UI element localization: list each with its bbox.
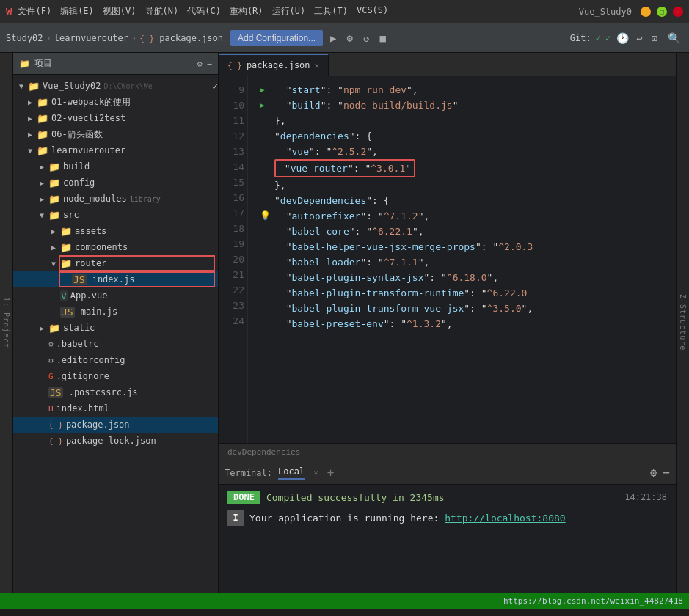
sidebar-gear-icon[interactable]: ⚙ [197,59,203,69]
main-area: 1: Project 📁 项目 ⚙ − ▼ 📁 Vue_Study02 D:\C… [0,53,689,593]
code-line-17: 💡 "autoprefixer": "^7.1.2", [260,208,676,224]
tree-item-index-js[interactable]: JS index.js [13,271,218,287]
tree-item-index-html[interactable]: H index.html [13,400,218,417]
tree-item-learnvuerouter[interactable]: ▼ 📁 learnvuerouter [13,142,218,158]
library-badge: library [130,195,161,203]
tree-item-assets[interactable]: ▶ 📁 assets [13,223,218,239]
tree-item-router[interactable]: ▼ 📁 router [13,255,218,271]
menu-view[interactable]: 视图(V) [103,5,136,18]
tree-item-webpack[interactable]: ▶ 📁 01-webpack的使用 [13,94,218,110]
breadcrumb-sep2: › [131,33,136,43]
full-screen-button[interactable]: ⊡ [649,31,660,45]
terminal-prompt-icon: I [227,510,244,526]
maximize-button[interactable]: □ [657,7,667,17]
tab-json-icon: { } [227,61,242,70]
file-tree: ▼ 📁 Vue_Study02 D:\CWork\We ✓ ▶ 📁 01-web… [13,75,218,593]
tree-item-static[interactable]: ▶ 📁 static [13,320,218,336]
git-clock-icon[interactable]: 🕐 [616,32,629,44]
localhost-link[interactable]: http://localhost:8080 [445,513,565,524]
close-button[interactable]: ✕ [673,7,683,17]
arrow-icon-9: ▶ [260,82,271,98]
code-line-9: ▶ "start": "npm run dev", [260,82,676,98]
code-line-22: "babel-plugin-transform-runtime": "^6.22… [260,285,676,301]
tree-item-jiantou[interactable]: ▶ 📁 06-箭头函数 [13,126,218,142]
root-path: D:\CWork\We [103,82,152,90]
tree-item-postcssrc[interactable]: JS .postcssrc.js [13,384,218,400]
minimize-button[interactable]: − [641,7,651,17]
tree-item-components[interactable]: ▶ 📁 components [13,239,218,255]
menu-file[interactable]: 文件(F) [18,5,51,18]
terminal-gear-icon[interactable]: ⚙ [650,466,657,480]
terminal-tab-close[interactable]: ✕ [313,468,318,477]
menu-bar: 文件(F) 编辑(E) 视图(V) 导航(N) 代码(C) 重构(R) 运行(U… [18,5,388,18]
breadcrumb-sep1: › [46,33,51,43]
menu-nav[interactable]: 导航(N) [145,5,179,18]
run-text: Your application is running here: [249,513,439,524]
tree-item-build[interactable]: ▶ 📁 build [13,158,218,175]
tree-item-app-vue[interactable]: V App.vue [13,287,218,304]
breadcrumb-learnvuerouter[interactable]: learnvuerouter [54,33,128,43]
window-controls: − □ ✕ [641,7,683,17]
webstorm-logo: W [6,6,12,18]
terminal-header: Terminal: Local ✕ + ⚙ − [219,461,676,485]
code-line-14: "vue-router": "^3.0.1" [260,159,676,177]
bulb-icon-17: 💡 [260,208,271,224]
sidebar: 📁 项目 ⚙ − ▼ 📁 Vue_Study02 D:\CWork\We ✓ ▶… [13,53,219,593]
search-icon[interactable]: 🔍 [665,31,683,45]
code-line-20: "babel-loader": "^7.1.1", [260,254,676,270]
menu-tools[interactable]: 工具(T) [314,5,348,18]
menu-edit[interactable]: 编辑(E) [60,5,94,18]
menu-code[interactable]: 代码(C) [187,5,221,18]
terminal-label: Terminal: [225,468,272,478]
git-label: Git: [570,33,591,43]
tree-item-package-lock[interactable]: { } package-lock.json [13,433,218,449]
json-icon-breadcrumb: { } [139,34,154,43]
git-undo-icon[interactable]: ↩ [636,32,642,44]
menu-vcs[interactable]: VCS(S) [357,5,388,18]
tree-item-editorconfig[interactable]: ⚙ .editorconfig [13,352,218,368]
breadcrumb-package-json[interactable]: { } package.json [139,33,223,43]
breadcrumb: Study02 › learnvuerouter › { } package.j… [6,33,223,43]
tree-item-gitignore[interactable]: G .gitignore [13,368,218,384]
menu-refactor[interactable]: 重构(R) [230,5,263,18]
tree-item-main-js[interactable]: JS main.js [13,304,218,320]
sidebar-minus-icon[interactable]: − [207,59,212,69]
compile-done-line: DONE Compiled successfully in 2345ms 14:… [227,491,667,504]
add-configuration-button[interactable]: Add Configuration... [230,30,323,46]
done-badge: DONE [227,491,260,504]
terminal-panel: Terminal: Local ✕ + ⚙ − DONE Compiled su… [219,461,676,593]
tree-item-babelrc[interactable]: ⚙ .babelrc [13,336,218,352]
terminal-minimize-icon[interactable]: − [663,466,670,480]
run-button[interactable]: ▶ [327,31,339,45]
breadcrumb-study02[interactable]: Study02 [6,33,43,43]
tree-root[interactable]: ▼ 📁 Vue_Study02 D:\CWork\We ✓ [13,78,218,94]
tab-package-json[interactable]: { } package.json ✕ [219,54,329,76]
terminal-add-button[interactable]: + [327,466,335,480]
code-line-19: "babel-helper-vue-jsx-merge-props": "^2.… [260,239,676,254]
code-line-10: ▶ "build": "node build/build.js" [260,98,676,113]
app-url-line: I Your application is running here: http… [227,510,667,526]
code-line-18: "babel-core": "^6.22.1", [260,224,676,239]
line-numbers: 9 10 11 12 13 14 15 16 17 18 19 20 21 22… [219,76,248,443]
z-structure-label[interactable]: Z-Structure [676,53,689,593]
status-url: https://blog.csdn.net/weixin_44827418 [503,596,683,606]
menu-run[interactable]: 运行(U) [272,5,306,18]
tree-item-src[interactable]: ▼ 📁 src [13,207,218,223]
title-bar: W 文件(F) 编辑(E) 视图(V) 导航(N) 代码(C) 重构(R) 运行… [0,0,689,23]
stop-button[interactable]: ■ [376,31,388,45]
tree-item-node-modules[interactable]: ▶ 📁 node_modules library [13,191,218,207]
tree-item-config[interactable]: ▶ 📁 config [13,175,218,191]
code-line-23: "babel-plugin-transform-vue-jsx": "^3.5.… [260,301,676,316]
debug-button[interactable]: ⚙ [344,31,356,45]
terminal-tab-local[interactable]: Local [278,466,305,480]
refresh-button[interactable]: ↺ [360,31,372,45]
folder-icon: 📁 [19,59,30,69]
code-line-24: "babel-preset-env": "^1.3.2", [260,316,676,331]
sidebar-project-label[interactable]: 1: Project [0,53,13,593]
tab-close-button[interactable]: ✕ [315,61,320,70]
tree-item-package-json[interactable]: { } package.json [13,417,218,433]
tree-item-vuecli2[interactable]: ▶ 📁 02-vuecli2test [13,110,218,126]
compile-time: 14:21:38 [624,492,667,502]
code-content[interactable]: ▶ "start": "npm run dev", ▶ "build": "no… [248,76,676,443]
editor-breadcrumb: devDependencies [219,443,676,461]
